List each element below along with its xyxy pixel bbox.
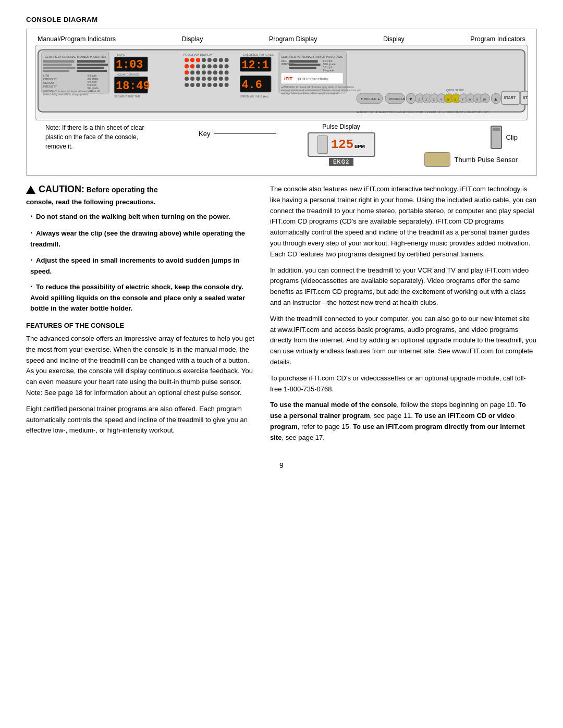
- svg-point-42: [202, 64, 206, 68]
- caution-subtitle-bold: Before operating the: [87, 186, 158, 194]
- svg-text:4.6: 4.6: [241, 79, 262, 92]
- label-program-indicators: Program Indicators: [470, 35, 525, 43]
- caution-bullet-2: ·: [30, 228, 32, 237]
- thumb-sensor-label: Thumb Pulse Sensor: [455, 156, 518, 164]
- console-diagram-section: Manual/Program Indicators Display Progra…: [26, 29, 537, 176]
- svg-point-38: [225, 58, 229, 62]
- caution-item-2-text: Always wear the clip (see the drawing ab…: [30, 229, 245, 248]
- svg-point-62: [225, 77, 229, 81]
- svg-point-68: [213, 83, 217, 87]
- svg-text:10% grade: 10% grade: [323, 63, 335, 66]
- caution-item-1: · Do not stand on the walking belt when …: [26, 210, 255, 223]
- svg-text:warnings before use. Keep chil: warnings before use. Keep children away …: [281, 92, 339, 95]
- section-header: CONSOLE DIAGRAM: [26, 16, 537, 23]
- svg-rect-6: [43, 70, 69, 72]
- svg-text:INTENSITY: INTENSITY: [43, 85, 57, 88]
- thumb-sensor-group: Thumb Pulse Sensor: [424, 152, 518, 167]
- key-line-svg: [214, 126, 276, 141]
- svg-point-49: [196, 70, 200, 75]
- svg-text:4.0 mph: 4.0 mph: [87, 75, 96, 77]
- svg-text:▲WARNING: To reduce risk of se: ▲WARNING: To reduce risk of serious inju…: [281, 86, 354, 89]
- features-para-2: Eight certified personal trainer program…: [26, 404, 255, 436]
- svg-point-43: [207, 64, 212, 68]
- right-para-5: To use the manual mode of the console, f…: [270, 400, 537, 443]
- svg-point-45: [219, 64, 223, 68]
- svg-text:8.0 mph: 8.0 mph: [323, 60, 332, 63]
- svg-point-58: [202, 77, 206, 81]
- svg-text:SEGMENT TIME  TIME: SEGMENT TIME TIME: [114, 95, 141, 98]
- svg-point-69: [219, 83, 223, 87]
- svg-point-73: [196, 58, 200, 62]
- svg-text:3% grade: 3% grade: [87, 87, 98, 90]
- svg-point-71: [185, 58, 189, 62]
- console-image: CERTIFIED PERSONAL TRAINER PROGRAMS LOW …: [35, 45, 528, 120]
- right-para-1: The console also features new iFIT.com i…: [270, 184, 537, 260]
- svg-text:START: START: [504, 96, 516, 100]
- svg-text:PROGRAM: PROGRAM: [389, 97, 406, 101]
- svg-point-60: [213, 77, 217, 81]
- svg-text:starting treadmill, read and u: starting treadmill, read and understand …: [281, 89, 361, 92]
- svg-point-41: [196, 64, 200, 68]
- svg-text:5.0 mph: 5.0 mph: [87, 84, 96, 87]
- svg-text:CERTIFIED PERSONAL TRAINER PRO: CERTIFIED PERSONAL TRAINER PROGRAMS: [281, 55, 343, 58]
- features-para-1: The advanced console offers an impressiv…: [26, 334, 255, 399]
- svg-text:.com: .com: [297, 76, 307, 81]
- caution-block: CAUTION: Before operating the console, r…: [26, 184, 255, 313]
- svg-rect-88: [289, 64, 321, 66]
- svg-point-66: [202, 83, 206, 87]
- caution-word: CAUTION:: [39, 184, 84, 194]
- caution-list: · Do not stand on the walking belt when …: [26, 210, 255, 313]
- key-slot: [317, 135, 328, 154]
- svg-rect-3: [43, 60, 75, 63]
- caution-console-line: console, read the following precautions.: [26, 198, 255, 206]
- svg-point-35: [207, 58, 212, 62]
- label-program-display: Program Display: [269, 35, 317, 43]
- svg-text:iFIT: iFIT: [284, 76, 292, 81]
- svg-point-70: [225, 83, 229, 87]
- svg-point-51: [207, 70, 212, 75]
- caution-bullet-1: ·: [30, 212, 32, 220]
- svg-rect-11: [77, 60, 105, 63]
- svg-text:▼: ▼: [408, 96, 413, 102]
- ekg-logo: EKG2: [329, 158, 353, 166]
- thumb-sensor-shape: [424, 152, 450, 167]
- caution-item-4-text: To reduce the possibility of electric sh…: [30, 283, 245, 312]
- svg-text:18:49: 18:49: [116, 80, 150, 93]
- svg-text:INTENSITY: INTENSITY: [43, 78, 57, 81]
- caution-item-3: · Adjust the speed in small increments t…: [26, 254, 255, 277]
- pulse-display-group: Pulse Display 125 BPM EKG2: [308, 123, 375, 166]
- svg-text:7% grade: 7% grade: [323, 69, 334, 72]
- clip-shape: [491, 126, 502, 149]
- label-manual-program-indicators: Manual/Program Indicators: [38, 35, 116, 43]
- caution-item-3-text: Adjust the speed in small increments to …: [30, 256, 239, 275]
- svg-text:12:1: 12:1: [241, 59, 268, 72]
- pulse-device: 125 BPM: [308, 132, 375, 157]
- svg-text:IMPORTANT: Incline must be set: IMPORTANT: Incline must be set at lowest…: [43, 90, 92, 93]
- svg-text:QUICK SPEED: QUICK SPEED: [446, 89, 464, 92]
- svg-text:5.2 mph: 5.2 mph: [323, 66, 332, 69]
- caution-bullet-4: ·: [30, 282, 32, 291]
- svg-point-61: [219, 77, 223, 81]
- bpm-label: BPM: [354, 144, 365, 149]
- right-para-5-bold-4: To use an iFIT.com program directly from…: [270, 423, 525, 441]
- center-key-area: Key Pulse Display 125 BPM EKG2: [150, 123, 424, 166]
- svg-point-34: [202, 58, 206, 62]
- two-col-content: CAUTION: Before operating the console, r…: [26, 184, 537, 449]
- svg-point-59: [207, 77, 212, 81]
- key-label-group: Key: [199, 126, 276, 141]
- key-area: Note: If there is a thin sheet of clear …: [35, 123, 528, 170]
- svg-text:MEDIUM: MEDIUM: [43, 82, 54, 84]
- svg-point-65: [196, 83, 200, 87]
- console-diagram-title: CONSOLE DIAGRAM: [26, 16, 537, 23]
- page-number-area: 9: [26, 461, 537, 470]
- svg-text:10: 10: [483, 98, 486, 101]
- caution-bullet-3: ·: [30, 255, 32, 264]
- note-text-area: Note: If there is a thin sheet of clear …: [45, 123, 150, 151]
- svg-point-63: [185, 83, 189, 87]
- svg-point-48: [190, 70, 194, 75]
- right-para-2: In addition, you can connect the treadmi…: [270, 265, 537, 309]
- svg-text:1:03: 1:03: [116, 58, 143, 71]
- clip-label: Clip: [506, 133, 518, 141]
- svg-text:SPEED   MIN / MILE (km): SPEED MIN / MILE (km): [240, 95, 269, 98]
- svg-text:MANUAL: MANUAL: [90, 90, 101, 93]
